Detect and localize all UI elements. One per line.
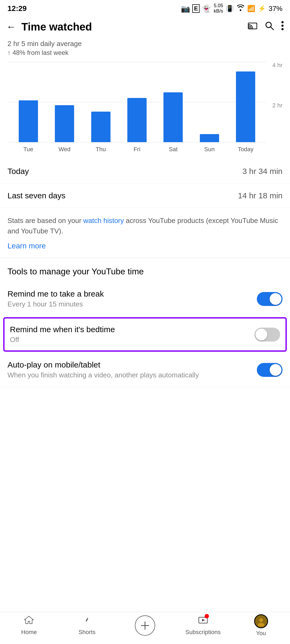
learn-more-link[interactable]: Learn more <box>7 242 283 250</box>
setting-bedtime-subtitle: Off <box>10 336 115 344</box>
nav-item-add[interactable] <box>116 615 174 636</box>
svg-line-2 <box>271 27 273 30</box>
x-label-thu: Thu <box>83 146 119 153</box>
bar-fri-rect <box>127 98 147 142</box>
tools-section-title: Tools to manage your YouTube time <box>0 258 290 282</box>
bar-sun <box>191 62 227 142</box>
today-stat-label: Today <box>7 167 29 176</box>
bar-tue-rect <box>19 100 38 142</box>
info-text: Stats are based on your watch history ac… <box>7 215 283 236</box>
back-button[interactable]: ← <box>6 21 16 32</box>
status-right: 📷 E 👻 5.05 kB/s 📳 📶 ⚡ 37% <box>181 3 283 14</box>
setting-autoplay[interactable]: Auto-play on mobile/tablet When you fini… <box>0 353 290 387</box>
bars-row <box>7 62 266 142</box>
setting-take-break[interactable]: Remind me to take a break Every 1 hour 1… <box>0 282 290 316</box>
daily-avg-change-text: ↑ 48% from last week <box>7 49 68 56</box>
svg-point-3 <box>281 21 284 23</box>
battery-percent: 37% <box>269 5 283 13</box>
setting-autoplay-info: Auto-play on mobile/tablet When you fini… <box>7 360 199 379</box>
info-section: Stats are based on your watch history ac… <box>0 208 290 258</box>
x-label-wed: Wed <box>46 146 82 153</box>
vibrate-icon: 📳 <box>226 5 234 12</box>
chart-bars-area <box>7 62 266 142</box>
expensify-icon: E <box>192 4 200 13</box>
status-bar: 12:29 📷 E 👻 5.05 kB/s 📳 📶 ⚡ 37% <box>0 0 290 16</box>
snapchat-icon: 👻 <box>202 4 211 13</box>
daily-avg-title: 2 hr 5 min daily average <box>7 40 283 48</box>
chart-x-axis: Tue Wed Thu Fri Sat Sun Today <box>7 142 266 153</box>
user-avatar <box>254 614 268 628</box>
home-label: Home <box>21 629 37 636</box>
x-label-sat: Sat <box>155 146 191 153</box>
subscriptions-icon <box>198 615 208 627</box>
instagram-icon: 📷 <box>181 4 190 13</box>
setting-autoplay-title: Auto-play on mobile/tablet <box>7 360 199 369</box>
chart-container: 4 hr 2 hr <box>7 62 283 153</box>
bar-tue <box>10 62 46 142</box>
bar-wed-rect <box>55 105 74 142</box>
wifi-icon <box>236 5 245 13</box>
setting-bedtime-title: Remind me when it's bedtime <box>10 325 115 334</box>
status-time: 12:29 <box>7 4 27 13</box>
cast-icon[interactable] <box>248 21 257 32</box>
bar-sat <box>155 62 191 142</box>
y-label-4hr: 4 hr <box>272 62 283 69</box>
week-stat-value: 14 hr 18 min <box>238 191 283 200</box>
today-stat-value: 3 hr 34 min <box>242 167 283 176</box>
nav-icons <box>248 21 284 33</box>
bar-today <box>228 62 264 142</box>
daily-avg-change: ↑ 48% from last week <box>7 49 283 56</box>
week-stat-row: Last seven days 14 hr 18 min <box>0 184 290 208</box>
add-button[interactable] <box>135 615 155 636</box>
watch-history-link[interactable]: watch history <box>83 217 124 225</box>
nav-item-home[interactable]: Home <box>0 615 58 636</box>
you-label: You <box>256 630 266 637</box>
more-options-icon[interactable] <box>281 21 284 33</box>
nav-item-subscriptions[interactable]: Subscriptions <box>174 615 232 636</box>
setting-take-break-title: Remind me to take a break <box>7 289 104 298</box>
nav-item-shorts[interactable]: Shorts <box>58 615 116 636</box>
bedtime-toggle[interactable] <box>254 328 280 342</box>
bar-today-rect <box>236 71 255 142</box>
chart-section: 4 hr 2 hr <box>0 58 290 159</box>
autoplay-toggle[interactable] <box>257 363 283 377</box>
subscriptions-label: Subscriptions <box>185 629 221 636</box>
home-icon <box>24 615 34 627</box>
take-break-toggle[interactable] <box>257 292 283 306</box>
info-text-before: Stats are based on your <box>7 217 83 225</box>
battery-icon: ⚡ <box>258 5 266 12</box>
speed-indicator: 5.05 kB/s <box>214 3 223 14</box>
shorts-label: Shorts <box>78 629 96 636</box>
bar-thu-rect <box>91 112 110 142</box>
week-stat-label: Last seven days <box>7 191 66 200</box>
svg-marker-9 <box>202 619 205 622</box>
y-label-2hr: 2 hr <box>272 102 283 109</box>
today-stat-row: Today 3 hr 34 min <box>0 159 290 184</box>
bar-sun-rect <box>200 134 219 142</box>
take-break-toggle-thumb <box>270 293 281 305</box>
nav-item-you[interactable]: You <box>232 614 290 637</box>
bar-wed <box>46 62 82 142</box>
svg-point-4 <box>281 25 284 27</box>
signal-icon: 📶 <box>247 5 255 12</box>
chart-y-axis: 4 hr 2 hr <box>269 62 283 142</box>
x-label-today: Today <box>228 146 264 153</box>
setting-bedtime[interactable]: Remind me when it's bedtime Off <box>3 317 287 352</box>
shorts-icon <box>82 615 92 627</box>
top-nav: ← Time watched <box>0 16 290 37</box>
x-label-sun: Sun <box>191 146 227 153</box>
x-label-tue: Tue <box>10 146 46 153</box>
bottom-nav: Home Shorts Subscriptions <box>0 612 290 644</box>
bedtime-toggle-thumb <box>255 329 267 340</box>
setting-take-break-info: Remind me to take a break Every 1 hour 1… <box>7 289 104 308</box>
search-icon[interactable] <box>265 21 274 33</box>
bar-sat-rect <box>163 92 183 142</box>
x-label-fri: Fri <box>119 146 155 153</box>
bar-fri <box>119 62 155 142</box>
daily-average-section: 2 hr 5 min daily average ↑ 48% from last… <box>0 37 290 58</box>
autoplay-toggle-thumb <box>270 364 281 376</box>
bar-thu <box>83 62 119 142</box>
svg-point-5 <box>281 28 284 30</box>
status-icons: 📷 E 👻 <box>181 4 211 13</box>
page-title: Time watched <box>21 21 248 33</box>
